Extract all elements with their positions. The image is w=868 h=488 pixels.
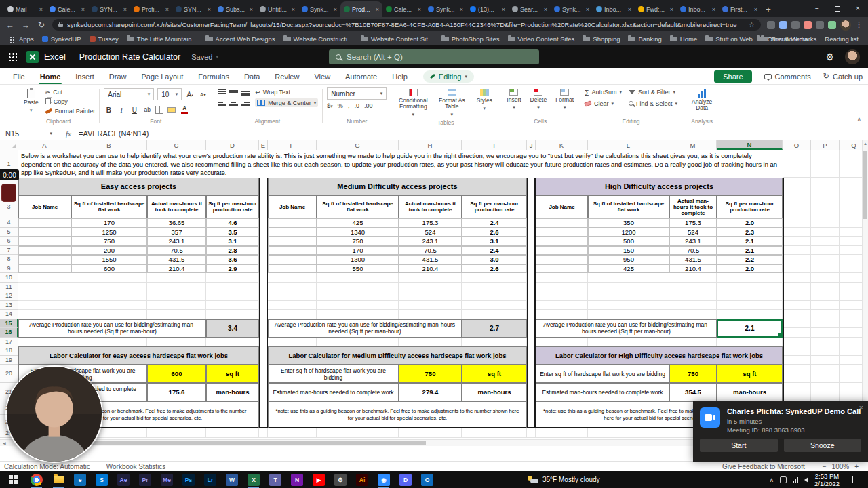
row-header-17[interactable]: 17: [0, 338, 18, 347]
cell-I7[interactable]: 2.4: [462, 246, 527, 256]
cell-K10[interactable]: [536, 273, 588, 283]
app-name[interactable]: Excel: [44, 52, 66, 62]
section-title-1[interactable]: Medium Difficulty access projects: [268, 178, 527, 195]
section-title-2[interactable]: High Difficulty access projects: [536, 178, 783, 195]
close-window-button[interactable]: ×: [848, 0, 868, 17]
cell-H10[interactable]: [399, 273, 462, 283]
cell-N3[interactable]: Sq ft per man-hour production rate: [717, 195, 783, 218]
tab-close-icon[interactable]: ×: [165, 6, 169, 13]
calc-title-0[interactable]: Labor Calculator for easy access hardsca…: [18, 346, 259, 365]
row-header-9[interactable]: 9: [0, 264, 18, 274]
align-middle-button[interactable]: [228, 87, 239, 97]
action-center-icon[interactable]: [846, 476, 853, 483]
start-button[interactable]: [0, 471, 26, 488]
cell-O19[interactable]: [783, 356, 811, 365]
cell-N9[interactable]: 2.0: [717, 264, 783, 274]
column-header-F[interactable]: F: [268, 140, 317, 150]
media-encoder-icon[interactable]: Me: [161, 474, 173, 486]
cell-F11[interactable]: [268, 283, 317, 292]
cell-B8[interactable]: 1550: [71, 255, 147, 264]
percent-button[interactable]: %: [338, 102, 343, 109]
browser-tab[interactable]: Synk...×: [425, 1, 467, 17]
cell-P20[interactable]: [811, 365, 840, 383]
vertical-scroll-thumb[interactable]: [863, 151, 867, 219]
cell-K24[interactable]: [536, 428, 588, 438]
cell-A10[interactable]: [18, 273, 71, 283]
browser-tab[interactable]: Synk...×: [551, 1, 593, 17]
fill-color-button[interactable]: [167, 105, 176, 115]
cell-B12[interactable]: [71, 291, 147, 301]
cell-H24[interactable]: [399, 428, 462, 438]
est-unit-2[interactable]: man-hours: [717, 383, 783, 401]
format-as-table-button[interactable]: Format As Table▾: [435, 87, 468, 119]
word-icon[interactable]: W: [226, 474, 238, 486]
cell-M3[interactable]: Actual man-hours it took to complete: [669, 195, 717, 218]
cell-C6[interactable]: 243.1: [147, 237, 206, 246]
cell-P5[interactable]: [811, 228, 840, 237]
ribbon-tab-help[interactable]: Help: [384, 68, 415, 84]
tab-close-icon[interactable]: ×: [418, 6, 421, 13]
cell-H17[interactable]: [399, 338, 462, 347]
tab-close-icon[interactable]: ×: [81, 6, 85, 13]
cell-K12[interactable]: [536, 291, 588, 301]
cell-M7[interactable]: 70.5: [669, 246, 717, 256]
cell-M14[interactable]: [669, 310, 717, 319]
cell-M8[interactable]: 431.5: [669, 255, 717, 264]
cell-I14[interactable]: [462, 310, 527, 319]
column-header-H[interactable]: H: [399, 140, 462, 150]
settings-icon[interactable]: ⚙: [334, 474, 347, 486]
cell-L10[interactable]: [588, 273, 669, 283]
borders-button[interactable]: [155, 106, 163, 114]
cell-C7[interactable]: 70.5: [147, 246, 206, 256]
cut-button[interactable]: ✂Cut: [45, 87, 96, 96]
cell-A9[interactable]: [18, 264, 71, 274]
browser-tab[interactable]: Cale...×: [382, 1, 425, 17]
bookmark-item[interactable]: SynkedUP: [38, 35, 85, 43]
ribbon-tab-insert[interactable]: Insert: [68, 68, 102, 84]
cell-K8[interactable]: [536, 255, 588, 264]
cell-P4[interactable]: [811, 218, 840, 228]
column-header-L[interactable]: L: [588, 140, 669, 150]
excel-icon[interactable]: X: [248, 474, 260, 486]
ribbon-tab-automate[interactable]: Automate: [338, 68, 384, 84]
conditional-formatting-button[interactable]: Conditional Formatting▾: [395, 87, 431, 119]
cell-F14[interactable]: [268, 310, 317, 319]
cell-H7[interactable]: 70.5: [399, 246, 462, 256]
cell-G17[interactable]: [317, 338, 399, 347]
cell-I3[interactable]: Sq ft per man-hour production rate: [462, 195, 527, 218]
formula-input[interactable]: =AVERAGE(N4:N14): [79, 129, 149, 138]
cell-C4[interactable]: 36.65: [147, 218, 206, 228]
cell-D6[interactable]: 3.1: [206, 237, 259, 246]
cell-K13[interactable]: [536, 301, 588, 310]
cell-H4[interactable]: 175.3: [399, 218, 462, 228]
snooze-button[interactable]: Snooze: [784, 439, 862, 452]
bookmark-item[interactable]: Tussey: [85, 35, 123, 43]
note-1[interactable]: *note: use this as a guiding beacon or b…: [268, 401, 527, 428]
tab-close-icon[interactable]: ×: [460, 6, 463, 13]
cell-P7[interactable]: [811, 246, 840, 256]
cell-C8[interactable]: 431.5: [147, 255, 206, 264]
browser-tab[interactable]: SYN...×: [172, 1, 214, 17]
row-header-11[interactable]: 11: [0, 283, 18, 292]
enter-label-1[interactable]: Enter sq ft of hardscape flat work you a…: [268, 365, 399, 383]
fx-icon[interactable]: fx: [58, 129, 79, 138]
minimize-button[interactable]: −: [807, 0, 827, 17]
section-separator[interactable]: [259, 178, 268, 428]
cell-A7[interactable]: [18, 246, 71, 256]
column-header-G[interactable]: G: [317, 140, 399, 150]
enter-value-0[interactable]: 600: [147, 365, 206, 383]
cell-F7[interactable]: [268, 246, 317, 256]
cell-C17[interactable]: [147, 338, 206, 347]
bookmark-item[interactable]: Apps: [5, 35, 38, 43]
paste-button[interactable]: Paste ▾: [22, 87, 41, 115]
address-bar[interactable]: synkedupcom.sharepoint.com/:x:/r/sites/C…: [52, 19, 761, 30]
bookmark-item[interactable]: PhotoShop Sites: [437, 35, 504, 43]
cell-H14[interactable]: [399, 310, 462, 319]
browser-tab[interactable]: Profi...×: [130, 1, 172, 17]
row-header-8[interactable]: 8: [0, 255, 18, 264]
merge-center-button[interactable]: Merge & Center▾: [255, 98, 318, 107]
illustrator-icon[interactable]: Ai: [356, 474, 368, 486]
extension-icon[interactable]: [828, 21, 836, 29]
teams-icon[interactable]: T: [269, 474, 281, 486]
cell-D24[interactable]: [206, 428, 259, 438]
